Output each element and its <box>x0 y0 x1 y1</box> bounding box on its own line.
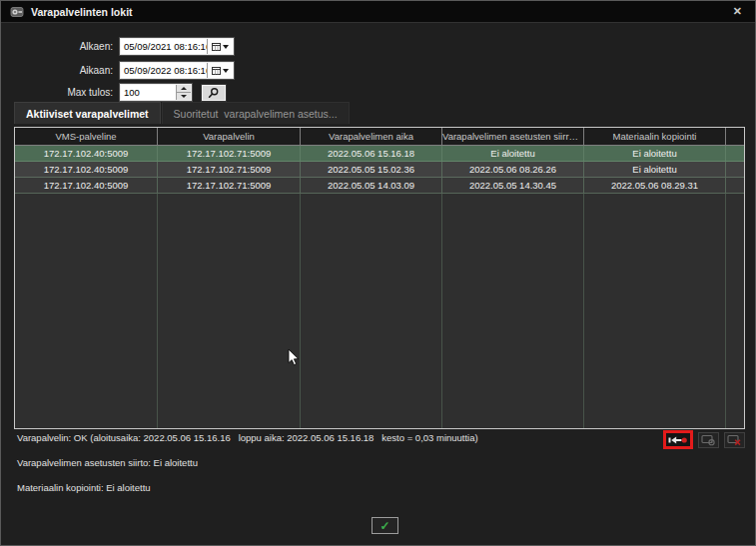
empty-cell <box>442 194 584 428</box>
table-cell: 172.17.102.71:5009 <box>158 178 301 193</box>
table-cell: 2022.05.05 14.03.09 <box>301 178 442 193</box>
calendar-icon <box>212 42 221 51</box>
action-button-band <box>663 430 745 449</box>
max-results-label: Max tulos: <box>21 87 113 98</box>
max-results-stepper <box>176 85 191 100</box>
search-icon <box>208 87 220 99</box>
checkmark-icon: ✓ <box>379 519 389 533</box>
empty-cell <box>726 194 744 428</box>
table-cell: 172.17.102.40:5009 <box>15 178 158 193</box>
arrow-up-icon <box>181 87 187 90</box>
calendar-icon <box>212 66 221 75</box>
table-row[interactable]: 172.17.102.40:5009172.17.102.71:50092022… <box>15 146 744 162</box>
table-cell: 172.17.102.40:5009 <box>15 146 158 161</box>
close-icon[interactable]: ✕ <box>729 4 746 19</box>
table-cell: 172.17.102.71:5009 <box>158 162 301 177</box>
dialog-title: Varapalvelinten lokit <box>31 6 133 18</box>
column-header-backup-server[interactable]: Varapalvelin <box>158 128 301 146</box>
max-results-value: 100 <box>121 85 176 100</box>
from-date-input[interactable]: 05/09/2021 08:16:16 <box>120 38 234 55</box>
column-header-filler <box>726 128 744 146</box>
table-cell: Ei aloitettu <box>584 146 726 161</box>
failback-arrow-icon <box>668 435 688 445</box>
cancel-copy-icon <box>727 434 742 446</box>
table-cell: 2022.05.06 08.29.31 <box>584 178 726 193</box>
to-date-input[interactable]: 05/09/2022 08:16:16 <box>120 62 234 79</box>
table-cell: Ei aloitettu <box>442 146 584 161</box>
from-label: Alkaen: <box>21 41 113 52</box>
backup-servers-table: VMS-palveline Varapalvelin Varapalvelime… <box>14 127 745 429</box>
copy-material-button[interactable] <box>698 432 719 448</box>
table-cell <box>726 146 744 161</box>
column-header-backup-time[interactable]: Varapalvelimen aika <box>301 128 442 146</box>
table-header-row: VMS-palveline Varapalvelin Varapalvelime… <box>15 128 744 146</box>
failback-button-highlighted[interactable] <box>663 430 693 449</box>
table-empty-area <box>15 194 744 428</box>
table-cell: 172.17.102.71:5009 <box>158 146 301 161</box>
table-cell <box>726 178 744 193</box>
ok-button[interactable]: ✓ <box>372 517 398 534</box>
title-bar: Varapalvelinten lokit ✕ <box>1 1 755 23</box>
tab-strip: Aktiiviset varapalvelimet Suoritetut var… <box>14 101 350 124</box>
table-cell: Ei aloitettu <box>584 162 726 177</box>
column-header-settings-transfer[interactable]: Varapalvelimen asetusten siirron a... <box>442 128 584 146</box>
from-date-dropdown[interactable] <box>207 39 233 54</box>
dialog-key-icon <box>10 5 24 19</box>
filter-from-row: Alkaen: 05/09/2021 08:16:16 <box>21 38 234 55</box>
empty-cell <box>15 194 158 428</box>
status-material-copy: Materiaalin kopiointi: Ei aloitettu <box>17 482 151 493</box>
search-button[interactable] <box>202 85 226 101</box>
stepper-down-button[interactable] <box>177 93 191 100</box>
status-backup-server: Varapalvelin: OK (aloitusaika: 2022.05.0… <box>17 432 478 443</box>
table-row[interactable]: 172.17.102.40:5009172.17.102.71:50092022… <box>15 162 744 178</box>
backup-server-logs-dialog: Varapalvelinten lokit ✕ Alkaen: 05/09/20… <box>0 0 756 546</box>
table-cell: 2022.05.06 15.16.18 <box>301 146 442 161</box>
filter-max-row: Max tulos: 100 <box>21 84 226 101</box>
column-header-material-copy[interactable]: Materiaalin kopiointi <box>584 128 726 146</box>
to-date-dropdown[interactable] <box>207 63 233 78</box>
stepper-up-button[interactable] <box>177 85 191 93</box>
from-date-value: 05/09/2021 08:16:16 <box>121 39 207 54</box>
tab-completed-settings[interactable]: Suoritetut varapalvelimen asetus... <box>162 102 350 124</box>
table-cell: 2022.05.05 14.30.45 <box>442 178 584 193</box>
table-cell: 2022.05.05 15.02.36 <box>301 162 442 177</box>
status-settings-transfer: Varapalvelimen asetusten siirto: Ei aloi… <box>17 457 198 468</box>
to-date-value: 05/09/2022 08:16:16 <box>121 63 207 78</box>
table-cell: 2022.05.06 08.26.26 <box>442 162 584 177</box>
copy-material-icon <box>701 434 716 446</box>
table-row[interactable]: 172.17.102.40:5009172.17.102.71:50092022… <box>15 178 744 194</box>
table-cell: 172.17.102.40:5009 <box>15 162 158 177</box>
chevron-down-icon <box>223 69 229 73</box>
empty-cell <box>301 194 442 428</box>
arrow-down-icon <box>181 95 187 98</box>
empty-cell <box>584 194 726 428</box>
to-label: Aikaan: <box>21 65 113 76</box>
tab-active-backup-servers[interactable]: Aktiiviset varapalvelimet <box>14 102 161 124</box>
chevron-down-icon <box>223 45 229 49</box>
empty-cell <box>158 194 301 428</box>
column-header-vms-server[interactable]: VMS-palveline <box>15 128 158 146</box>
cancel-copy-button[interactable] <box>724 432 745 448</box>
max-results-input[interactable]: 100 <box>120 84 192 101</box>
table-cell <box>726 162 744 177</box>
table-body: 172.17.102.40:5009172.17.102.71:50092022… <box>15 146 744 194</box>
filter-to-row: Aikaan: 05/09/2022 08:16:16 <box>21 62 234 79</box>
